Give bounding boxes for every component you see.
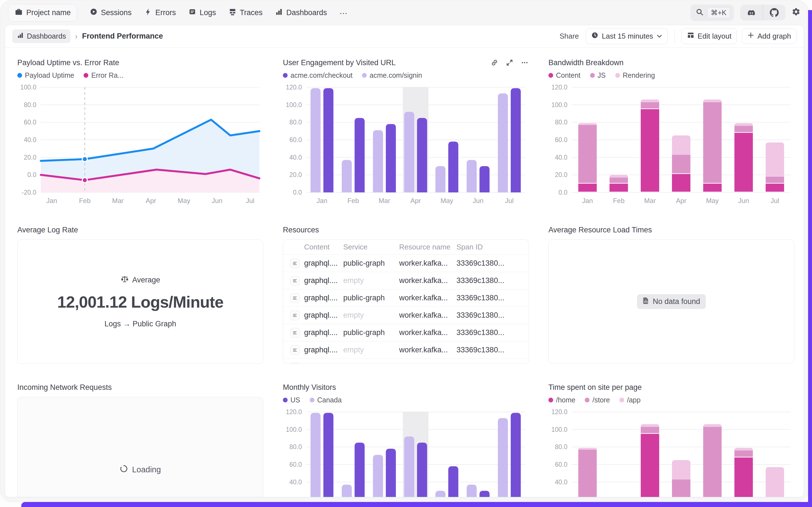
- legend-item-signin[interactable]: acme.com/signin: [362, 71, 422, 79]
- legend-item-us[interactable]: US: [283, 396, 300, 404]
- breadcrumb-dashboards-chip[interactable]: Dashboards: [12, 30, 70, 43]
- cell-span-id: 33369c1380...: [456, 328, 528, 337]
- cell-resource-name: worker.kafka...: [399, 294, 456, 302]
- svg-text:40.0: 40.0: [555, 478, 567, 486]
- navbar-left: Project name Sessions Errors Logs Traces…: [8, 4, 348, 21]
- chart-legend: acme.com/checkout acme.com/signin: [283, 70, 529, 80]
- app-window: Project name Sessions Errors Logs Traces…: [0, 0, 809, 502]
- dashboard-grid: Payload Uptime vs. Error Rate Payload Up…: [5, 48, 804, 497]
- panel-incoming-network-requests: Incoming Network Requests Loading: [17, 382, 263, 497]
- project-picker-button[interactable]: Project name: [8, 4, 77, 21]
- cell-content: graphql....: [304, 328, 343, 337]
- time-range-selector[interactable]: Last 15 minutes: [585, 28, 668, 44]
- bar-chart-icon: [17, 32, 24, 41]
- svg-text:60.0: 60.0: [289, 461, 302, 468]
- table-row[interactable]: graphql....public-graphworker.kafka...33…: [283, 289, 528, 307]
- legend-dot: [83, 73, 88, 78]
- cell-content: graphql....: [304, 363, 343, 364]
- nav-item-logs[interactable]: Logs: [188, 8, 216, 18]
- panel-bandwidth: Bandwidth Breakdown Content JS Rendering…: [548, 57, 794, 206]
- navbar-right: ⌘+K: [690, 4, 801, 21]
- discord-icon[interactable]: [740, 5, 762, 20]
- cell-content: graphql....: [304, 276, 343, 285]
- nav-item-sessions[interactable]: Sessions: [89, 8, 132, 18]
- nav-item-errors[interactable]: Errors: [144, 8, 176, 18]
- plus-icon: [747, 32, 754, 41]
- legend-dot: [283, 398, 288, 402]
- layout-grid-icon: [687, 31, 695, 41]
- legend-item-payload-uptime[interactable]: Payload Uptime: [17, 71, 74, 79]
- settings-gear-icon[interactable]: [792, 7, 801, 18]
- share-button[interactable]: Share: [560, 32, 579, 41]
- chart-file-icon: [643, 297, 649, 306]
- table-row[interactable]: graphql....public-graphworker.kafka...33…: [283, 359, 528, 364]
- loading-card: Loading: [17, 397, 263, 497]
- nav-more-icon[interactable]: …: [339, 6, 348, 19]
- svg-text:Feb: Feb: [348, 197, 359, 205]
- log-lines-icon: [290, 311, 300, 320]
- cell-service: public-graph: [343, 363, 399, 364]
- edit-layout-button[interactable]: Edit layout: [681, 28, 737, 44]
- cell-resource-name: worker.kafka...: [399, 276, 456, 285]
- legend-item-home[interactable]: /home: [548, 396, 575, 404]
- more-options-icon[interactable]: [520, 58, 529, 67]
- dashboard-page: Dashboards › Frontend Performance Share …: [5, 25, 804, 497]
- no-data-badge: No data found: [637, 294, 706, 309]
- bandwidth-breakdown-chart[interactable]: 120.0100.080.060.040.020.00.0JanFebMarAp…: [548, 83, 794, 206]
- user-engagement-chart[interactable]: 120.0100.080.060.040.020.00.0JanFebMarAp…: [283, 83, 529, 206]
- legend-item-js[interactable]: JS: [590, 71, 606, 79]
- nav-item-traces[interactable]: Traces: [228, 8, 263, 18]
- table-row[interactable]: graphql....emptyworker.kafka...33369c138…: [283, 341, 528, 359]
- legend-item-rendering[interactable]: Rendering: [615, 71, 655, 79]
- table-row[interactable]: graphql....public-graphworker.kafka...33…: [283, 255, 528, 272]
- svg-text:60.0: 60.0: [555, 461, 567, 468]
- svg-text:Jun: Jun: [738, 197, 749, 205]
- cell-resource-name: worker.kafka...: [399, 346, 456, 354]
- chart-title: Resources: [283, 226, 319, 234]
- legend-item-checkout[interactable]: acme.com/checkout: [283, 71, 353, 79]
- svg-text:60.0: 60.0: [289, 136, 302, 144]
- monthly-visitors-chart[interactable]: 120.0100.080.060.040.020.00.0JanFebMarAp…: [283, 408, 529, 497]
- svg-text:Apr: Apr: [676, 197, 686, 205]
- expand-icon[interactable]: [505, 58, 514, 67]
- log-lines-icon: [290, 345, 300, 355]
- chart-title: User Engagement by Visited URL: [283, 58, 395, 67]
- column-header-resource-name: Resource name: [399, 243, 456, 251]
- table-row[interactable]: graphql....public-graphworker.kafka...33…: [283, 324, 528, 341]
- legend-dot: [548, 398, 553, 402]
- payload-uptime-chart[interactable]: 100.080.060.040.020.00.0-20.0JanFebMarAp…: [17, 83, 263, 206]
- github-icon[interactable]: [763, 5, 786, 20]
- resources-table-body: graphql....public-graphworker.kafka...33…: [283, 255, 528, 364]
- svg-text:20.0: 20.0: [24, 154, 36, 161]
- svg-text:May: May: [178, 197, 190, 205]
- table-row[interactable]: graphql....emptyworker.kafka...33369c138…: [283, 307, 528, 324]
- legend-item-content[interactable]: Content: [548, 71, 580, 79]
- legend-dot: [17, 73, 22, 78]
- link-icon[interactable]: [490, 58, 499, 67]
- table-row[interactable]: graphql....emptyworker.kafka...33369c138…: [283, 272, 528, 289]
- metric-aggregate-label: Average: [120, 275, 160, 285]
- logs-icon: [188, 8, 196, 18]
- traces-icon: [228, 8, 237, 18]
- add-graph-button[interactable]: Add graph: [742, 29, 796, 44]
- log-lines-icon: [290, 328, 300, 338]
- chart-legend: Content JS Rendering: [548, 70, 794, 80]
- legend-dot: [585, 398, 589, 402]
- legend-item-error-rate[interactable]: Error Ra...: [83, 71, 123, 79]
- svg-text:100.0: 100.0: [551, 426, 567, 433]
- spinner-icon: [120, 464, 128, 475]
- resources-table-card: Content Service Resource name Span ID gr…: [283, 239, 529, 364]
- chart-legend: Payload Uptime Error Ra...: [17, 70, 263, 80]
- legend-dot: [590, 73, 595, 78]
- empty-state-card: No data found: [548, 239, 794, 364]
- svg-text:120.0: 120.0: [286, 83, 302, 91]
- nav-item-dashboards[interactable]: Dashboards: [275, 8, 327, 18]
- legend-item-store[interactable]: /store: [585, 396, 610, 404]
- search-button[interactable]: ⌘+K: [690, 4, 734, 21]
- legend-item-app[interactable]: /app: [619, 396, 641, 404]
- time-spent-chart[interactable]: 120.0100.080.060.040.020.00.0JanFebMarAp…: [548, 408, 794, 497]
- chart-title: Monthly Visitors: [283, 383, 336, 392]
- page-title: Frontend Performance: [82, 32, 163, 41]
- legend-item-canada[interactable]: Canada: [310, 396, 342, 404]
- chart-legend: US Canada: [283, 395, 529, 405]
